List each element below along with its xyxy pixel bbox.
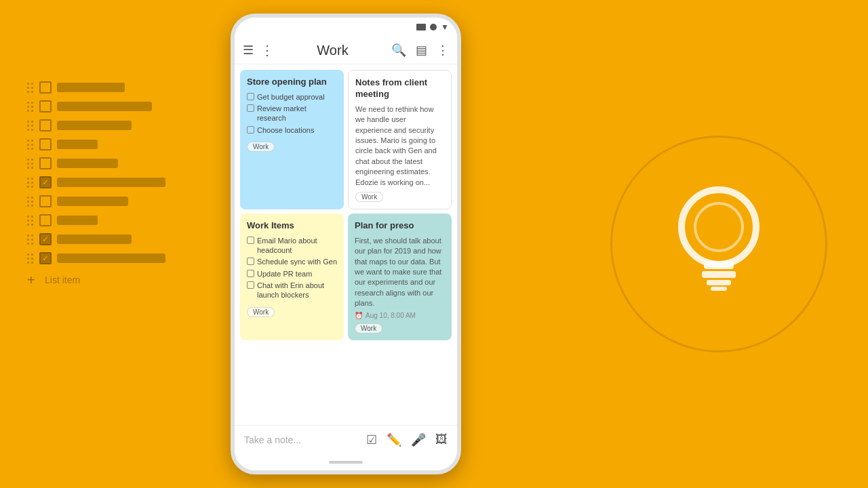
note-work-items-checklist: Email Mario about headcount Schedule syn…	[247, 236, 337, 300]
note-client-meeting-title: Notes from client meeting	[355, 77, 444, 100]
note-store-plan-label: Work	[247, 142, 275, 152]
note-input-actions: ☑ ✏️ 🎤 🖼	[366, 432, 448, 447]
task-checkbox[interactable]	[39, 195, 52, 207]
task-bar	[57, 253, 165, 263]
task-bar	[57, 102, 152, 111]
signal-icon	[430, 24, 437, 30]
task-bar	[57, 216, 98, 225]
svg-rect-4	[707, 280, 731, 285]
home-indicator	[329, 461, 363, 464]
task-checkbox[interactable]	[39, 81, 52, 94]
note-plan-preso-label: Work	[355, 323, 382, 333]
task-row	[27, 81, 165, 94]
phone-shell: ▼ ☰ ⋮ Work 🔍 ▤ ⋮ Store opening plan Get …	[231, 14, 461, 474]
phone-status-bar: ▼	[235, 18, 457, 37]
right-lightbulb-panel	[610, 136, 827, 352]
mic-icon[interactable]: 🎤	[411, 432, 426, 447]
drag-handle-icon[interactable]	[27, 102, 34, 112]
task-checkbox[interactable]	[39, 214, 52, 226]
task-bar	[57, 83, 125, 92]
task-checkbox[interactable]	[39, 119, 52, 131]
timestamp-text: Aug 10, 8:00 AM	[366, 312, 416, 319]
draw-icon[interactable]: ✏️	[387, 432, 401, 447]
note-client-meeting[interactable]: Notes from client meeting We need to ret…	[348, 70, 452, 209]
battery-icon	[416, 24, 426, 30]
note-work-items-title: Work Items	[247, 220, 337, 232]
add-list-item-label: List item	[45, 274, 80, 285]
task-checkbox[interactable]	[39, 233, 52, 245]
task-row	[27, 233, 165, 245]
drag-handle-icon[interactable]	[27, 216, 34, 226]
add-list-item-row[interactable]: + List item	[27, 274, 165, 286]
note-work-items[interactable]: Work Items Email Mario about headcount S…	[240, 214, 344, 340]
app-title: Work	[317, 43, 348, 58]
task-checkbox[interactable]	[39, 252, 52, 264]
drag-handle-icon[interactable]	[27, 197, 34, 207]
task-row	[27, 176, 165, 188]
task-bar	[57, 235, 132, 244]
task-bar	[57, 197, 128, 206]
take-note-placeholder[interactable]: Take a note...	[244, 434, 366, 445]
note-store-plan-checklist: Get budget approval Review market resear…	[247, 92, 337, 135]
menu-icon[interactable]: ☰	[243, 43, 254, 58]
svg-rect-2	[704, 261, 734, 269]
task-row	[27, 252, 165, 264]
note-plan-preso-title: Plan for preso	[355, 220, 445, 232]
task-checkbox[interactable]	[39, 157, 52, 169]
phone-mockup: ▼ ☰ ⋮ Work 🔍 ▤ ⋮ Store opening plan Get …	[231, 14, 461, 474]
task-checkbox[interactable]	[39, 176, 52, 188]
note-plan-preso-body: First, we should talk about our plan for…	[355, 236, 445, 309]
svg-rect-5	[711, 287, 727, 291]
circle-background	[610, 136, 827, 352]
task-bar	[57, 178, 165, 187]
task-checkbox[interactable]	[39, 100, 52, 113]
task-bar	[57, 140, 98, 149]
checklist-add-icon[interactable]: ☑	[366, 432, 377, 447]
lightbulb-svg	[665, 176, 773, 312]
task-row	[27, 195, 165, 207]
search-icon[interactable]: 🔍	[391, 43, 406, 58]
svg-rect-3	[702, 271, 736, 278]
drag-handle-icon[interactable]	[27, 235, 34, 245]
drag-handle-icon[interactable]	[27, 140, 34, 150]
add-icon[interactable]: +	[27, 274, 39, 286]
header-more-icon[interactable]: ⋮	[260, 42, 274, 58]
task-row	[27, 119, 165, 131]
note-store-plan-title: Store opening plan	[247, 77, 337, 88]
notes-grid: Store opening plan Get budget approval R…	[235, 64, 457, 425]
clock-icon: ⏰	[355, 312, 363, 319]
note-plan-preso-timestamp: ⏰ Aug 10, 8:00 AM	[355, 312, 445, 319]
note-client-meeting-body: We need to rethink how we handle user ex…	[355, 104, 444, 188]
task-row	[27, 100, 165, 113]
note-client-meeting-label: Work	[355, 192, 383, 202]
phone-home-bar	[235, 454, 457, 470]
left-task-panel: + List item	[27, 81, 165, 286]
task-row	[27, 138, 165, 150]
task-bar	[57, 159, 118, 168]
svg-point-1	[695, 203, 743, 251]
drag-handle-icon[interactable]	[27, 83, 34, 93]
app-header: ☰ ⋮ Work 🔍 ▤ ⋮	[235, 37, 457, 64]
drag-handle-icon[interactable]	[27, 253, 34, 264]
task-row	[27, 214, 165, 226]
drag-handle-icon[interactable]	[27, 159, 34, 169]
svg-point-0	[682, 190, 756, 264]
task-row	[27, 157, 165, 169]
overflow-menu-icon[interactable]: ⋮	[437, 43, 449, 58]
note-work-items-label: Work	[247, 307, 275, 317]
drag-handle-icon[interactable]	[27, 178, 34, 188]
take-note-bar[interactable]: Take a note... ☑ ✏️ 🎤 🖼	[235, 425, 457, 454]
note-plan-preso[interactable]: Plan for preso First, we should talk abo…	[348, 214, 452, 340]
signal-arrow-icon: ▼	[441, 22, 449, 32]
view-toggle-icon[interactable]: ▤	[416, 43, 427, 58]
drag-handle-icon[interactable]	[27, 121, 34, 131]
note-store-plan[interactable]: Store opening plan Get budget approval R…	[240, 70, 344, 209]
task-checkbox[interactable]	[39, 138, 52, 150]
task-bar	[57, 121, 132, 130]
image-icon[interactable]: 🖼	[435, 432, 448, 447]
